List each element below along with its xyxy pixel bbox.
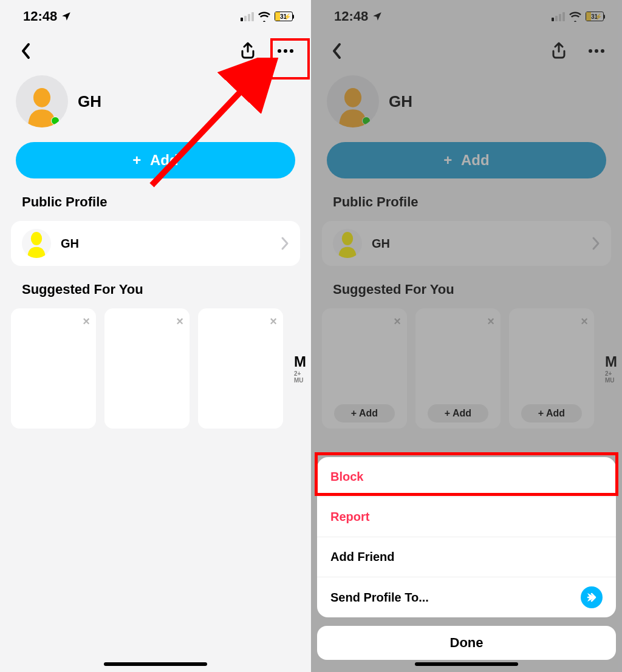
plus-icon: + <box>443 152 452 169</box>
close-icon: × <box>487 314 494 328</box>
location-icon <box>372 11 383 22</box>
signal-icon <box>241 12 254 21</box>
avatar <box>327 75 379 127</box>
battery-icon: 31⚡ <box>275 12 295 21</box>
close-icon[interactable]: × <box>176 314 183 328</box>
close-icon[interactable]: × <box>83 314 90 328</box>
svg-point-10 <box>342 232 353 245</box>
more-button[interactable] <box>583 38 610 64</box>
back-button[interactable] <box>323 38 350 64</box>
public-profile-title: Public Profile <box>0 178 311 216</box>
suggestion-card: ×+ Add <box>509 308 594 429</box>
screen-left: 12:48 31⚡ GH + A <box>0 0 311 672</box>
suggested-title: Suggested For You <box>311 266 622 304</box>
suggestion-card-peek[interactable]: M 2+ MU <box>292 308 311 429</box>
avatar-small <box>22 229 51 258</box>
done-button[interactable]: Done <box>317 626 616 660</box>
svg-point-3 <box>33 88 50 107</box>
status-bar: 12:48 31⚡ <box>311 0 622 33</box>
back-button[interactable] <box>12 38 39 64</box>
suggestion-card[interactable]: × <box>11 308 96 429</box>
suggestion-card-peek: M 2+ MU <box>603 308 622 429</box>
svg-point-0 <box>278 49 281 53</box>
svg-point-6 <box>589 49 592 53</box>
suggestion-card[interactable]: × <box>198 308 283 429</box>
action-sheet: Block Report Add Friend Send Profile To.… <box>317 457 616 617</box>
battery-icon: 31⚡ <box>586 12 606 21</box>
avatar-small <box>333 229 362 258</box>
close-icon[interactable]: × <box>270 314 277 328</box>
svg-point-8 <box>601 49 604 53</box>
home-indicator[interactable] <box>104 662 207 666</box>
add-pill: + Add <box>428 404 488 423</box>
public-profile-title: Public Profile <box>311 178 622 216</box>
more-button[interactable] <box>272 38 299 64</box>
svg-point-7 <box>595 49 598 53</box>
chevron-right-icon <box>281 236 289 251</box>
svg-point-9 <box>344 88 361 107</box>
top-nav <box>311 33 622 69</box>
wifi-icon <box>569 11 582 22</box>
location-icon <box>61 11 72 22</box>
signal-icon <box>552 12 565 21</box>
plus-icon: + <box>132 152 141 169</box>
public-profile-name: GH <box>372 237 582 251</box>
suggested-row: ×+ Add ×+ Add ×+ Add M 2+ MU <box>311 304 622 429</box>
profile-name: GH <box>389 92 412 111</box>
add-pill: + Add <box>521 404 582 423</box>
public-profile-card[interactable]: GH <box>11 221 300 266</box>
home-indicator[interactable] <box>415 662 518 666</box>
public-profile-name: GH <box>61 237 271 251</box>
suggestion-card[interactable]: × <box>104 308 190 429</box>
status-time: 12:48 <box>334 8 368 24</box>
chevron-right-icon <box>592 236 600 251</box>
report-row[interactable]: Report <box>317 497 616 537</box>
avatar[interactable] <box>16 75 68 127</box>
profile-header: GH <box>0 69 311 132</box>
share-button[interactable] <box>234 38 261 64</box>
status-bar: 12:48 31⚡ <box>0 0 311 33</box>
close-icon: × <box>394 314 401 328</box>
send-icon[interactable] <box>581 586 603 608</box>
block-row[interactable]: Block <box>317 457 616 497</box>
online-dot-icon <box>362 117 371 125</box>
wifi-icon <box>258 11 271 22</box>
suggested-title: Suggested For You <box>0 266 311 304</box>
add-friend-button: + Add <box>327 142 606 178</box>
profile-name: GH <box>78 92 101 111</box>
public-profile-card: GH <box>322 221 611 266</box>
svg-point-1 <box>284 49 287 53</box>
add-pill: + Add <box>334 404 395 423</box>
suggestion-card: ×+ Add <box>415 308 501 429</box>
suggested-row[interactable]: × × × M 2+ MU <box>0 304 311 429</box>
add-friend-row[interactable]: Add Friend <box>317 537 616 577</box>
share-button[interactable] <box>545 38 572 64</box>
add-friend-button[interactable]: + Add <box>16 142 295 178</box>
svg-point-4 <box>31 232 42 245</box>
online-dot-icon <box>51 117 60 125</box>
top-nav <box>0 33 311 69</box>
status-time: 12:48 <box>23 8 57 24</box>
send-profile-row[interactable]: Send Profile To... <box>317 577 616 617</box>
close-icon: × <box>581 314 588 328</box>
svg-point-2 <box>290 49 293 53</box>
profile-header: GH <box>311 69 622 132</box>
suggestion-card: ×+ Add <box>322 308 407 429</box>
screen-right: 12:48 31⚡ GH + A <box>311 0 622 672</box>
